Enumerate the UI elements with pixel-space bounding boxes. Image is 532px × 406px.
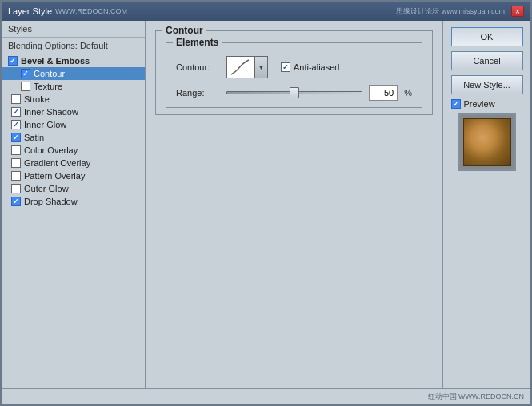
close-button[interactable]: × xyxy=(511,6,524,17)
label-inner-glow: Inner Glow xyxy=(24,120,66,129)
sidebar-item-gradient-overlay[interactable]: Gradient Overlay xyxy=(2,157,145,169)
title-bar: Layer Style WWW.REDOCN.COM 思缘设计论坛 www.mi… xyxy=(2,2,530,21)
dialog: Layer Style WWW.REDOCN.COM 思缘设计论坛 www.mi… xyxy=(0,0,532,406)
preview-box xyxy=(458,113,516,171)
preview-label-row: Preview xyxy=(451,99,523,109)
checkbox-color-overlay[interactable] xyxy=(11,145,21,155)
contour-section: Contour Elements Contour: xyxy=(155,30,433,115)
sidebar-item-inner-glow[interactable]: Inner Glow xyxy=(2,118,145,131)
preview-image xyxy=(463,118,511,166)
checkbox-drop-shadow[interactable] xyxy=(11,197,21,206)
main-content: Contour Elements Contour: xyxy=(146,21,442,388)
elements-subsection: Elements Contour: xyxy=(166,42,422,108)
contour-curve-icon xyxy=(230,58,252,76)
dialog-title: Layer Style xyxy=(8,6,52,16)
anti-aliased-row: Anti-aliased xyxy=(281,62,339,72)
sidebar-item-pattern-overlay[interactable]: Pattern Overlay xyxy=(2,169,145,182)
section-title: Contour xyxy=(162,25,206,36)
label-color-overlay: Color Overlay xyxy=(24,145,78,155)
range-value[interactable]: 50 xyxy=(369,85,398,101)
preview-label: Preview xyxy=(464,99,495,109)
label-stroke: Stroke xyxy=(24,94,50,104)
title-watermark-right: 思缘设计论坛 www.missyuan.com xyxy=(396,6,505,17)
sidebar-item-texture[interactable]: Texture xyxy=(2,80,145,93)
checkbox-gradient-overlay[interactable] xyxy=(11,158,21,168)
checkbox-stroke[interactable] xyxy=(11,94,21,104)
contour-label: Contour: xyxy=(176,62,220,72)
range-label: Range: xyxy=(176,88,220,98)
label-pattern-overlay: Pattern Overlay xyxy=(24,171,85,181)
label-gradient-overlay: Gradient Overlay xyxy=(24,158,90,168)
sidebar-item-stroke[interactable]: Stroke xyxy=(2,93,145,105)
checkbox-pattern-overlay[interactable] xyxy=(11,171,21,181)
title-watermark-left: WWW.REDOCN.COM xyxy=(55,7,127,15)
checkbox-inner-shadow[interactable] xyxy=(11,107,21,117)
checkbox-contour[interactable] xyxy=(21,69,30,78)
range-row: Range: 50 % xyxy=(176,85,412,101)
contour-control: ▼ xyxy=(226,56,268,78)
right-panel: OK Cancel New Style... Preview xyxy=(442,21,530,388)
contour-dropdown-arrow[interactable]: ▼ xyxy=(255,56,268,78)
checkbox-outer-glow[interactable] xyxy=(11,184,21,193)
left-panel: Styles Blending Options: Default Bevel &… xyxy=(2,21,146,388)
label-inner-shadow: Inner Shadow xyxy=(24,107,78,117)
label-texture: Texture xyxy=(34,82,62,91)
bottom-watermark: 红动中国 WWW.REDOCN.CN xyxy=(428,392,525,402)
sidebar-item-outer-glow[interactable]: Outer Glow xyxy=(2,182,145,195)
sidebar-item-bevel-emboss[interactable]: Bevel & Emboss xyxy=(2,54,145,67)
checkbox-texture[interactable] xyxy=(21,82,30,91)
label-contour: Contour xyxy=(34,69,65,78)
sidebar-item-color-overlay[interactable]: Color Overlay xyxy=(2,144,145,157)
sub-section-title: Elements xyxy=(173,37,222,48)
checkbox-preview[interactable] xyxy=(451,99,461,109)
label-satin: Satin xyxy=(24,133,44,142)
range-slider-track[interactable] xyxy=(226,91,362,94)
dialog-body: Styles Blending Options: Default Bevel &… xyxy=(2,21,530,388)
sidebar-item-satin[interactable]: Satin xyxy=(2,131,145,144)
range-slider-container: 50 % xyxy=(226,85,412,101)
checkbox-satin[interactable] xyxy=(11,133,21,142)
checkbox-bevel-emboss[interactable] xyxy=(8,56,18,66)
label-drop-shadow: Drop Shadow xyxy=(24,197,78,206)
styles-label: Styles xyxy=(2,21,145,38)
sidebar-item-drop-shadow[interactable]: Drop Shadow xyxy=(2,195,145,208)
label-bevel-emboss: Bevel & Emboss xyxy=(21,56,90,66)
contour-row: Contour: ▼ xyxy=(176,56,412,78)
range-unit: % xyxy=(404,88,412,98)
anti-aliased-label: Anti-aliased xyxy=(294,62,339,72)
checkbox-anti-aliased[interactable] xyxy=(281,62,290,72)
sidebar-item-contour[interactable]: Contour xyxy=(2,67,145,80)
contour-preview[interactable] xyxy=(226,56,255,78)
sidebar-item-inner-shadow[interactable]: Inner Shadow xyxy=(2,105,145,118)
range-slider-thumb[interactable] xyxy=(290,87,299,98)
title-bar-left: Layer Style WWW.REDOCN.COM xyxy=(8,6,127,16)
label-outer-glow: Outer Glow xyxy=(24,184,69,193)
blending-options[interactable]: Blending Options: Default xyxy=(2,38,145,54)
ok-button[interactable]: OK xyxy=(451,27,523,46)
cancel-button[interactable]: Cancel xyxy=(451,51,523,70)
checkbox-inner-glow[interactable] xyxy=(11,120,21,129)
bottom-bar: 红动中国 WWW.REDOCN.CN xyxy=(2,388,530,404)
new-style-button[interactable]: New Style... xyxy=(451,75,523,94)
